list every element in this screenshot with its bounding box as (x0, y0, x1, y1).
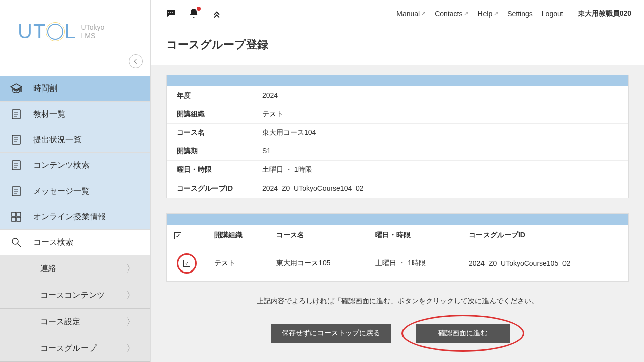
chevron-right-icon: 〉 (126, 262, 135, 275)
logo-mark: UTL (18, 20, 77, 43)
cell-org: テスト (207, 246, 269, 281)
cell-groupid: 2024_Z0_UTokyoCourse105_02 (461, 246, 628, 281)
svg-rect-17 (17, 212, 21, 216)
sidebar: UTL UTokyoLMS 時間割 教材一覧 提出状況一覧 (0, 0, 151, 362)
sidebar-item-course-group[interactable]: コースグループ 〉 (0, 335, 150, 362)
notification-dot-icon (197, 7, 201, 11)
page-title: コースグループ登録 (166, 37, 629, 52)
button-row: 保存せずにコーストップに戻る 確認画面に進む (166, 315, 629, 352)
svg-rect-18 (12, 217, 16, 221)
svg-point-22 (168, 12, 169, 13)
sidebar-item-label: メッセージ一覧 (33, 186, 90, 197)
chevron-right-icon: 〉 (126, 342, 135, 354)
sidebar-nav-secondary: 連絡 〉 コースコンテンツ 〉 コース設定 〉 コースグループ 〉 (0, 255, 150, 362)
svg-point-24 (172, 12, 173, 13)
sidebar-item-materials[interactable]: 教材一覧 (0, 102, 150, 127)
sidebar-item-label: 教材一覧 (33, 109, 65, 120)
arrow-left-icon (132, 58, 139, 65)
logo-subtext: UTokyoLMS (81, 23, 105, 40)
sidebar-item-label: コースコンテンツ (40, 290, 105, 301)
svg-line-21 (18, 244, 21, 247)
sidebar-item-course-settings[interactable]: コース設定 〉 (0, 309, 150, 335)
sidebar-item-course-contents[interactable]: コースコンテンツ 〉 (0, 282, 150, 309)
svg-rect-19 (17, 217, 21, 221)
sidebar-item-label: オンライン授業情報 (33, 212, 106, 222)
sidebar-nav-primary: 時間割 教材一覧 提出状況一覧 コンテンツ検索 メッセージ一覧 オンライン授業情… (0, 76, 150, 255)
info-value: 土曜日 ・ 1時限 (262, 165, 618, 174)
topbar-link-settings[interactable]: Settings (507, 10, 533, 18)
logo: UTL UTokyoLMS (8, 10, 143, 43)
sidebar-item-contact[interactable]: 連絡 〉 (0, 255, 150, 282)
info-row: 年度2024 (167, 86, 628, 105)
col-daytime: 曜日・時限 (368, 225, 461, 246)
card-header-bar (167, 75, 628, 86)
document-icon (10, 108, 22, 120)
col-org: 開講組織 (207, 225, 269, 246)
grid-icon (10, 211, 22, 223)
sidebar-item-label: 時間割 (33, 83, 57, 94)
main-content: Manual↗ Contacts↗ Help↗ Settings Logout … (151, 0, 644, 362)
info-label: コースグループID (177, 184, 262, 193)
col-course: コース名 (269, 225, 368, 246)
info-label: 曜日・時限 (177, 165, 262, 174)
sidebar-collapse-button[interactable] (129, 54, 143, 68)
topbar-link-manual[interactable]: Manual↗ (396, 10, 426, 18)
cell-daytime: 土曜日 ・ 1時限 (368, 246, 461, 281)
sidebar-item-course-search[interactable]: コース検索 (0, 230, 150, 255)
bell-icon[interactable] (187, 7, 201, 21)
graduation-cap-icon (10, 82, 22, 95)
sidebar-item-label: 提出状況一覧 (33, 135, 82, 145)
info-value: S1 (262, 147, 618, 156)
sidebar-item-label: コース設定 (40, 317, 80, 327)
sidebar-item-submissions[interactable]: 提出状況一覧 (0, 127, 150, 153)
sidebar-item-timetable[interactable]: 時間割 (0, 76, 150, 102)
sidebar-item-content-search[interactable]: コンテンツ検索 (0, 153, 150, 178)
sidebar-item-messages[interactable]: メッセージ一覧 (0, 178, 150, 204)
topbar: Manual↗ Contacts↗ Help↗ Settings Logout … (151, 0, 644, 27)
table-row: ✓ テスト 東大用コース105 土曜日 ・ 1時限 2024_Z0_UTokyo… (167, 246, 628, 281)
select-all-checkbox[interactable]: ✓ (174, 232, 181, 239)
confirm-button[interactable]: 確認画面に進む (416, 324, 510, 343)
info-row: コースグループID2024_Z0_UTokyoCourse104_02 (167, 179, 628, 198)
collapse-up-icon[interactable] (210, 7, 224, 21)
highlight-ellipse-icon: 確認画面に進む (401, 315, 524, 352)
cell-course: 東大用コース105 (269, 246, 368, 281)
topbar-link-logout[interactable]: Logout (542, 10, 564, 18)
external-link-icon: ↗ (421, 10, 426, 17)
info-label: 開講組織 (177, 110, 262, 119)
topbar-user-label: 東大用教職員020 (578, 9, 631, 18)
highlight-circle-icon: ✓ (177, 253, 197, 274)
external-link-icon: ↗ (464, 10, 468, 17)
info-value: テスト (262, 110, 618, 119)
course-select-card: ✓ 開講組織 コース名 曜日・時限 コースグループID ✓ (166, 213, 629, 282)
svg-point-20 (12, 238, 18, 244)
chevron-right-icon: 〉 (126, 289, 135, 301)
info-row: 開講期S1 (167, 142, 628, 161)
info-row: 曜日・時限土曜日 ・ 1時限 (167, 161, 628, 179)
sidebar-item-online-class[interactable]: オンライン授業情報 (0, 204, 150, 230)
sidebar-item-label: 連絡 (40, 263, 56, 274)
info-row: コース名東大用コース104 (167, 124, 628, 142)
chat-icon[interactable] (164, 7, 178, 21)
document-icon (10, 159, 22, 171)
search-icon (10, 236, 22, 248)
instruction-text: 上記内容でよろしければ「確認画面に進む」ボタンをクリックして次に進んでください。 (166, 297, 629, 306)
document-icon (10, 134, 22, 146)
page-title-area: コースグループ登録 (151, 27, 644, 65)
topbar-link-contacts[interactable]: Contacts↗ (435, 10, 468, 18)
info-value: 2024 (262, 91, 618, 100)
topbar-link-help[interactable]: Help↗ (477, 10, 498, 18)
info-value: 2024_Z0_UTokyoCourse104_02 (262, 184, 618, 193)
info-value: 東大用コース104 (262, 128, 618, 137)
info-label: 開講期 (177, 147, 262, 156)
card-header-bar (167, 214, 628, 225)
svg-point-23 (170, 12, 171, 13)
external-link-icon: ↗ (494, 10, 498, 17)
sidebar-item-label: コンテンツ検索 (33, 160, 90, 171)
svg-rect-16 (12, 212, 16, 216)
sidebar-item-label: コース検索 (33, 237, 73, 248)
back-button[interactable]: 保存せずにコーストップに戻る (271, 324, 391, 343)
chevron-right-icon: 〉 (126, 316, 135, 328)
row-checkbox[interactable]: ✓ (183, 260, 190, 267)
course-info-card: 年度2024 開講組織テスト コース名東大用コース104 開講期S1 曜日・時限… (166, 75, 629, 198)
